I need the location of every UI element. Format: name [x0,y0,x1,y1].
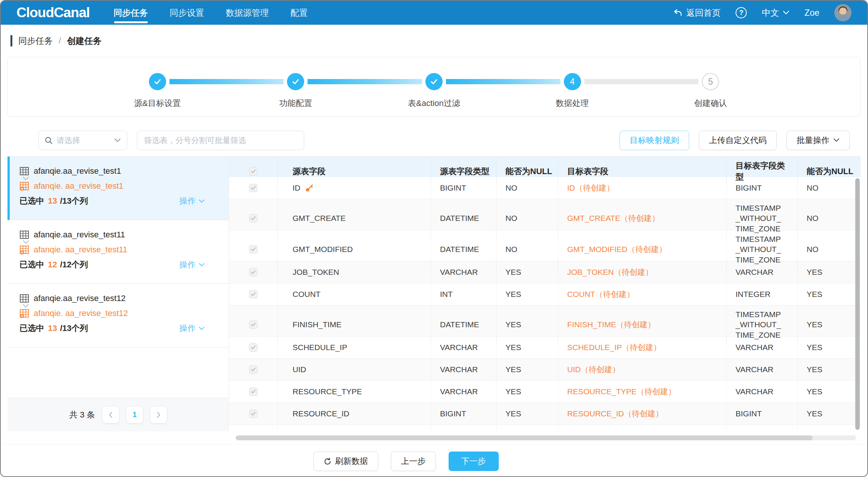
row-checkbox[interactable] [249,343,257,352]
nav-tab-datasource-management[interactable]: 数据源管理 [226,1,269,25]
select-all-checkbox[interactable] [249,167,257,176]
table-filter-input[interactable] [137,131,304,150]
target-type: VARCHAR [727,359,798,380]
selected-count: 13 [48,196,57,206]
sidebar-filler [7,347,229,398]
row-checkbox[interactable] [249,184,257,192]
target-mapping-rules-button[interactable]: 目标映射规则 [620,131,689,150]
step-5-label: 创建确认 [694,98,727,109]
target-field[interactable]: JOB_TOKEN（待创建） [558,261,727,283]
target-nullable: YES [798,283,861,305]
source-field: UID [278,359,431,380]
item-action-dropdown[interactable]: 操作 [179,195,205,207]
target-field-partial: （待创建） [558,425,727,431]
selected-prefix: 已选中 [19,259,44,270]
vertical-scrollbar[interactable] [855,178,860,430]
upload-custom-code-button[interactable]: 上传自定义代码 [699,131,777,150]
toolbar: 请选择 目标映射规则 上传自定义代码 批量操作 [1,124,867,156]
pagination-prev-button[interactable] [103,407,119,423]
row-checkbox[interactable] [249,365,257,374]
target-field[interactable]: RESOURCE_TYPE（待创建） [558,381,727,402]
item-action-dropdown[interactable]: 操作 [179,259,205,270]
language-selector[interactable]: 中文 [762,7,789,19]
item-action-dropdown[interactable]: 操作 [179,323,205,334]
refresh-label: 刷新数据 [335,456,368,467]
step-2-check-icon [287,73,304,90]
user-avatar[interactable] [834,4,852,21]
table-row: GMT_MODIFIED DATETIME NO GMT_MODIFIED（待创… [229,230,861,261]
target-field[interactable]: UID（待创建） [558,359,727,380]
selected-prefix: 已选中 [19,323,44,334]
table-row: FINISH_TIME DATETIME YES FINISH_TIME（待创建… [229,306,861,337]
previous-step-button[interactable]: 上一步 [391,452,436,471]
refresh-data-button[interactable]: 刷新数据 [314,452,378,471]
pagination-next-button[interactable] [150,407,167,423]
avatar-body [837,16,849,21]
nav-tab-config[interactable]: 配置 [291,1,308,25]
selected-count: 12 [48,260,57,270]
target-type: VARCHAR [727,381,798,402]
table-pair-item-3[interactable]: afanqie.aa_revise_test12 afanqie. aa_rev… [7,284,229,347]
breadcrumb: 同步任务 / 创建任务 [1,25,867,57]
action-label: 操作 [179,195,196,207]
source-type: VARCHAR [431,261,496,283]
action-label: 操作 [179,323,196,334]
source-type: VARCHAR [431,381,496,402]
selected-suffix: /12个列 [60,259,88,270]
help-icon[interactable]: ? [736,7,747,18]
row-checkbox[interactable] [249,320,257,329]
batch-actions-button[interactable]: 批量操作 [786,131,850,150]
target-type: VARCHAR [727,337,798,358]
target-nullable: YES [798,359,861,380]
nav-tab-sync-tasks[interactable]: 同步任务 [114,1,148,25]
step-2-label: 功能配置 [279,98,312,109]
row-checkbox[interactable] [249,268,257,276]
table-row: JOB_TOKEN VARCHAR YES JOB_TOKEN（待创建） VAR… [229,261,861,283]
step-3-label: 表&action过滤 [408,98,460,109]
breadcrumb-accent-bar [10,35,12,46]
chevron-down-icon [783,10,789,15]
horizontal-scrollbar[interactable] [236,435,813,440]
target-field[interactable]: SCHEDULE_IP（待创建） [558,337,727,358]
row-checkbox[interactable] [249,214,257,222]
target-nullable: NO [798,177,861,199]
action-label: 操作 [179,259,196,270]
breadcrumb-parent[interactable]: 同步任务 [18,35,53,47]
table-pair-item-2[interactable]: afanqie.aa_revise_test11 afanqie. aa_rev… [7,220,229,284]
stepper-card: 源&目标设置 功能配置 表&action过滤 4 [7,57,861,117]
row-checkbox[interactable] [249,410,257,418]
target-field[interactable]: ID（待创建） [558,177,727,199]
footer-actions: 刷新数据 上一步 下一步 [1,444,867,477]
back-home-link[interactable]: 返回首页 [673,7,721,19]
breadcrumb-current: 创建任务 [67,35,101,47]
source-field: SCHEDULE_IP [278,337,431,358]
username[interactable]: Zoe [804,8,819,18]
row-checkbox[interactable] [249,245,257,253]
table-row: COUNT INT YES COUNT（待创建） INTEGER YES [229,283,861,306]
row-checkbox[interactable] [249,388,257,396]
search-icon [45,136,53,145]
table-pair-item-1[interactable]: afanqie.aa_revise_test1 afanqie. aa_revi… [7,157,229,220]
main-nav: 同步任务 同步设置 数据源管理 配置 [114,1,308,25]
step-table-action-filter: 表&action过滤 [365,73,503,109]
cloudcanal-logo: CloudCanal [16,5,90,21]
selected-count: 13 [48,323,57,333]
target-field[interactable]: RESOURCE_ID（待创建） [558,403,727,425]
next-step-button[interactable]: 下一步 [449,452,499,471]
source-type: INT [431,283,496,305]
table-row: UID VARCHAR YES UID（待创建） VARCHAR YES [229,359,861,381]
selected-suffix: /13个列 [60,195,88,207]
table-select-dropdown[interactable]: 请选择 [38,131,127,150]
breadcrumb-separator: / [59,36,61,46]
nav-tab-sync-settings[interactable]: 同步设置 [170,1,204,25]
horizontal-scrollbar-track [236,435,856,440]
source-type: VARCHAR [431,359,496,380]
target-field[interactable]: COUNT（待创建） [558,283,727,305]
stepper: 源&目标设置 功能配置 表&action过滤 4 [88,73,780,109]
row-checkbox[interactable] [249,290,257,298]
source-type: BIGINT [431,403,496,425]
pagination-page-1[interactable]: 1 [126,407,143,423]
column-mapping-table: 源表字段 源表字段类型 能否为NULL 目标表字段 目标表字段类型 能否为NUL… [229,157,861,431]
source-field: COUNT [278,283,431,305]
main-content: afanqie.aa_revise_test1 afanqie. aa_revi… [7,156,861,431]
